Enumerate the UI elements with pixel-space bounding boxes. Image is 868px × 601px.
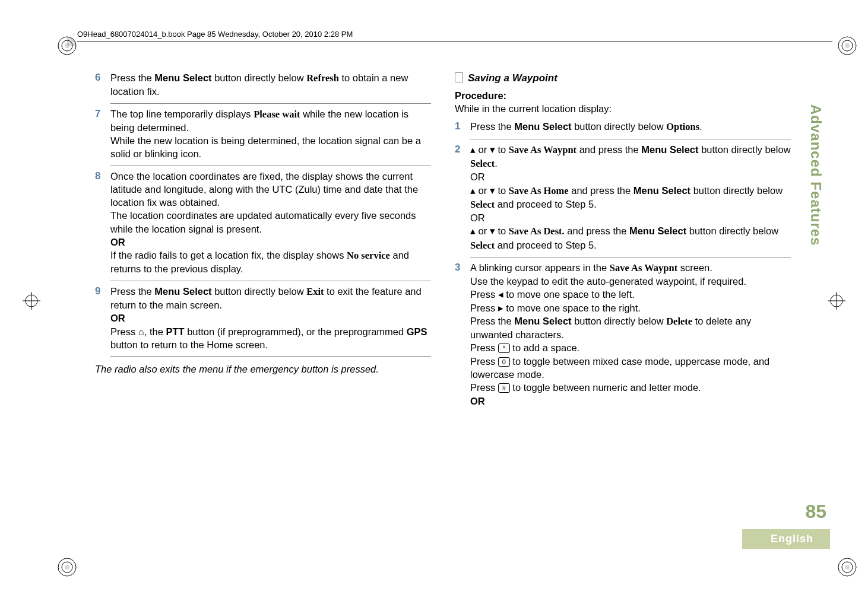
ui-save-as-waypnt: Save As Waypnt [610,262,677,274]
text: If the radio fails to get a location fix… [110,250,347,260]
registration-mark-right [828,292,845,310]
menu-select-label: Menu Select [641,144,698,155]
header-rule [77,42,832,42]
step-body: The top line temporarily displays Please… [110,107,431,161]
text: or [476,225,490,236]
separator [110,166,431,166]
up-arrow-icon: ▴ [470,225,476,236]
menu-select-label: Menu Select [514,121,571,132]
separator [470,257,791,257]
text: or [476,144,490,155]
step-body: Press the Menu Select button directly be… [110,285,431,351]
text: button directly below [572,121,667,132]
step-number: 8 [95,170,110,276]
zero-key-icon: 0 [498,357,510,367]
procedure-label: Procedure: [455,89,791,102]
step-body: ▴ or ▾ to Save As Waypnt and press the M… [470,143,791,252]
ui-select: Select [470,158,495,169]
separator [110,281,431,281]
text: Press [470,382,498,393]
text: to move one space to the right. [503,303,641,313]
ui-save-as-dest: Save As Dest. [509,225,565,237]
step-7: 7 The top line temporarily displays Plea… [95,107,431,161]
text: button (if preprogrammed), or the prepro… [185,326,407,337]
separator [110,103,431,104]
step-6: 6 Press the Menu Select button directly … [95,71,431,98]
text: The location coordinates are updated aut… [110,210,416,234]
down-arrow-icon: ▾ [490,144,495,155]
text: to [495,225,509,236]
text: and press the [569,185,633,196]
registration-mark-left [23,292,40,310]
corner-mark-br [837,557,857,577]
text: , the [144,326,166,337]
step-number: 9 [95,285,110,351]
text: button directly below [686,225,778,236]
ui-delete: Delete [666,316,692,327]
text: and proceed to Step 5. [495,199,597,209]
or-label: OR [470,396,485,406]
step-3: 3 A blinking cursor appears in the Save … [455,261,791,408]
left-column: 6 Press the Menu Select button directly … [95,71,431,536]
text: screen. [677,262,712,273]
step-number: 7 [95,107,110,161]
text: and press the [565,225,629,236]
down-arrow-icon: ▾ [490,185,495,196]
step-number: 6 [95,71,110,98]
step-number: 3 [455,261,470,408]
page-content: 6 Press the Menu Select button directly … [95,71,791,536]
svg-point-17 [845,565,850,570]
or-label: OR [110,313,125,323]
hash-key-icon: # [498,383,510,393]
step-1: 1 Press the Menu Select button directly … [455,120,791,133]
left-arrow-icon: ◂ [498,289,503,300]
text: The top line temporarily displays [110,109,254,119]
text: Press the [470,121,514,132]
ui-save-as-home: Save As Home [509,185,569,196]
down-arrow-icon: ▾ [490,225,495,236]
ui-options: Options [666,121,699,132]
menu-select-label: Menu Select [633,185,690,196]
ui-exit: Exit [306,286,324,297]
side-tab-label: Advanced Features [807,104,824,246]
text: button directly below [690,185,783,196]
gps-label: GPS [407,326,427,337]
home-icon: ⌂ [138,326,144,337]
text: Press [470,342,498,353]
right-arrow-icon: ▸ [498,303,503,313]
text: and press the [576,144,641,155]
menu-select-label: Menu Select [514,316,571,326]
text: to toggle between mixed case mode, upper… [470,356,769,380]
menu-select-label: Menu Select [154,72,211,83]
ptt-label: PTT [166,326,184,337]
ui-select: Select [470,240,495,251]
step-9: 9 Press the Menu Select button directly … [95,285,431,351]
star-key-icon: * [498,344,510,353]
page-number-box: 85 [791,501,826,523]
separator [110,356,431,357]
text: Press the [110,72,154,83]
step-body: A blinking cursor appears in the Save As… [470,261,791,408]
corner-mark-tr [837,36,857,56]
procedure-intro: While in the current location display: [455,102,791,115]
text: to [495,144,509,155]
svg-point-14 [65,565,69,570]
step-body: Press the Menu Select button directly be… [470,120,791,133]
text: Press [110,326,138,337]
text: button directly below [212,286,307,297]
text: While the new location is being determin… [110,135,421,159]
section-title: Saving a Waypoint [468,72,557,85]
running-header: O9Head_68007024014_b.book Page 85 Wednes… [77,30,353,39]
step-number: 2 [455,143,470,252]
corner-mark-bl [57,557,77,577]
or-label: OR [110,237,125,247]
text: button directly below [699,144,791,155]
ui-refresh: Refresh [306,72,339,84]
page-number: 85 [791,501,826,523]
text: button to return to the Home screen. [110,339,268,350]
svg-point-8 [65,43,69,48]
text: and proceed to Step 5. [495,240,597,250]
up-arrow-icon: ▴ [470,144,476,155]
ui-no-service: No service [347,250,390,261]
text: to move one space to the left. [503,289,635,300]
